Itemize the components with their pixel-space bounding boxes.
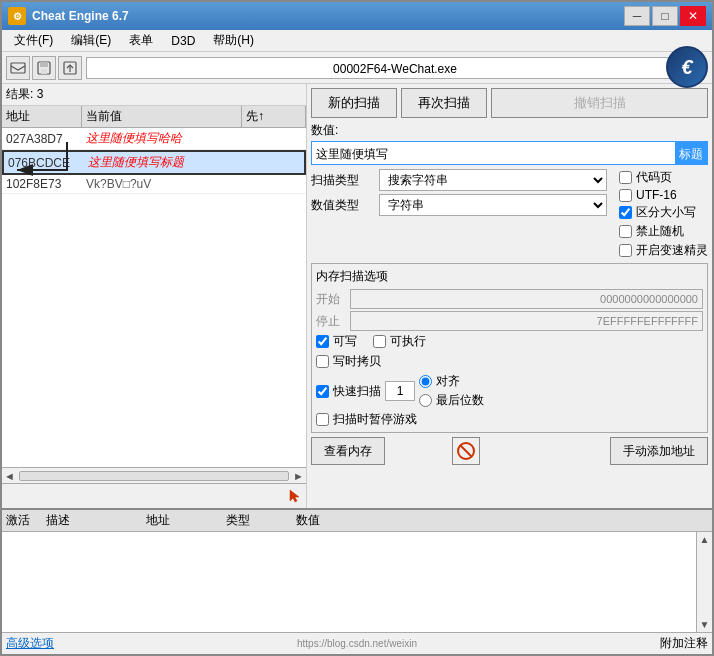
- results-list[interactable]: 027A38D7 这里随便填写哈哈 076BCDCE 这里随便填写标题 102F…: [2, 128, 306, 467]
- value-input-container: 这里随便填写 标题: [311, 141, 708, 165]
- header-val: 数值: [296, 512, 320, 529]
- scan-type-label: 扫描类型: [311, 172, 371, 189]
- menu-table[interactable]: 表单: [121, 30, 161, 51]
- left-panel: 结果: 3 地址 当前值 先↑ 027A38D7 这里随便填写哈哈 076BCD…: [2, 84, 307, 508]
- address-list-header: 激活 描述 地址 类型 数值: [2, 510, 712, 532]
- menu-d3d[interactable]: D3D: [163, 32, 203, 50]
- view-memory-button[interactable]: 查看内存: [311, 437, 385, 465]
- list-item[interactable]: 076BCDCE 这里随便填写标题: [2, 150, 306, 175]
- no-random-check[interactable]: [619, 225, 632, 238]
- case-sensitive-row: 区分大小写: [619, 204, 708, 221]
- speed-hack-row: 开启变速精灵: [619, 242, 708, 259]
- pause-check[interactable]: [316, 413, 329, 426]
- window-title: Cheat Engine 6.7: [32, 9, 624, 23]
- value-text[interactable]: 这里随便填写: [312, 142, 675, 164]
- address-list-body: ▲ ▼: [2, 532, 712, 632]
- case-sensitive-label: 区分大小写: [636, 204, 696, 221]
- menu-edit[interactable]: 编辑(E): [63, 30, 119, 51]
- case-sensitive-check[interactable]: [619, 206, 632, 219]
- process-bar: 00002F64-WeChat.exe €: [2, 52, 712, 84]
- last-digit-label: 最后位数: [436, 392, 484, 409]
- address-list-scrollbar[interactable]: ▲ ▼: [696, 532, 712, 632]
- speed-hack-label: 开启变速精灵: [636, 242, 708, 259]
- cancel-scan-button[interactable]: 撤销扫描: [491, 88, 708, 118]
- address-list-content[interactable]: [2, 532, 696, 632]
- new-scan-button[interactable]: 新的扫描: [311, 88, 397, 118]
- speed-hack-check[interactable]: [619, 244, 632, 257]
- minimize-button[interactable]: ─: [624, 6, 650, 26]
- fast-scan-value[interactable]: [385, 381, 415, 401]
- align-radio-input[interactable]: [419, 375, 432, 388]
- pause-label: 扫描时暂停游戏: [333, 411, 417, 428]
- value-label: 数值:: [311, 122, 708, 139]
- value-type-label: 数值类型: [311, 197, 371, 214]
- svg-line-8: [460, 445, 472, 457]
- mem-check-row: 可写 可执行: [316, 333, 703, 350]
- mem-start-input[interactable]: [350, 289, 703, 309]
- mem-stop-input[interactable]: [350, 311, 703, 331]
- writable-item: 可写: [316, 333, 357, 350]
- open-process-button[interactable]: [6, 56, 30, 80]
- cell-prev: [242, 182, 306, 186]
- executable-item: 可执行: [373, 333, 426, 350]
- save-button[interactable]: [32, 56, 56, 80]
- process-name[interactable]: 00002F64-WeChat.exe: [86, 57, 704, 79]
- mem-stop-label: 停止: [316, 313, 346, 330]
- utf16-row: UTF-16: [619, 188, 708, 202]
- menu-file[interactable]: 文件(F): [6, 30, 61, 51]
- mem-start-row: 开始: [316, 289, 703, 309]
- title-bar: ⚙ Cheat Engine 6.7 ─ □ ✕: [2, 2, 712, 30]
- options-col: 代码页 UTF-16 区分大小写 禁止随机: [619, 169, 708, 259]
- fast-scan-check[interactable]: [316, 385, 329, 398]
- utf16-check[interactable]: [619, 189, 632, 202]
- list-item[interactable]: 102F8E73 Vk?BV□?uV: [2, 175, 306, 194]
- main-content: 结果: 3 地址 当前值 先↑ 027A38D7 这里随便填写哈哈 076BCD…: [2, 84, 712, 508]
- no-random-row: 禁止随机: [619, 223, 708, 240]
- copy-on-write-label: 写时拷贝: [333, 353, 381, 370]
- writable-check[interactable]: [316, 335, 329, 348]
- maximize-button[interactable]: □: [652, 6, 678, 26]
- last-digit-radio: 最后位数: [419, 392, 484, 409]
- right-panel: 新的扫描 再次扫描 撤销扫描 数值: 这里随便填写 标题 扫描类型 搜: [307, 84, 712, 508]
- advanced-options[interactable]: 高级选项: [6, 635, 54, 652]
- executable-check[interactable]: [373, 335, 386, 348]
- scan-type-select[interactable]: 搜索字符串: [379, 169, 607, 191]
- value-type-select[interactable]: 字符串: [379, 194, 607, 216]
- header-desc: 描述: [46, 512, 70, 529]
- mem-scan-title: 内存扫描选项: [316, 268, 703, 285]
- main-window: ⚙ Cheat Engine 6.7 ─ □ ✕ 文件(F) 编辑(E) 表单 …: [0, 0, 714, 656]
- last-digit-radio-input[interactable]: [419, 394, 432, 407]
- footer-url: https://blog.csdn.net/weixin: [297, 638, 417, 649]
- manual-add-button[interactable]: 手动添加地址: [610, 437, 708, 465]
- copy-on-write-check[interactable]: [316, 355, 329, 368]
- header-active: 激活: [6, 512, 30, 529]
- pause-row: 扫描时暂停游戏: [316, 411, 703, 428]
- code-page-row: 代码页: [619, 169, 708, 186]
- no-icon[interactable]: [452, 437, 480, 465]
- header-type: 类型: [226, 512, 250, 529]
- add-comment[interactable]: 附加注释: [660, 635, 708, 652]
- header-addr: 地址: [146, 512, 170, 529]
- bottom-panel: 激活 描述 地址 类型 数值 ▲ ▼: [2, 508, 712, 632]
- scan-buttons: 新的扫描 再次扫描 撤销扫描: [311, 88, 708, 118]
- align-label: 对齐: [436, 373, 460, 390]
- menu-help[interactable]: 帮助(H): [205, 30, 262, 51]
- list-item[interactable]: 027A38D7 这里随便填写哈哈: [2, 128, 306, 150]
- load-button[interactable]: [58, 56, 82, 80]
- close-button[interactable]: ✕: [680, 6, 706, 26]
- cell-value: 这里随便填写哈哈: [82, 128, 242, 149]
- svg-rect-3: [41, 69, 47, 74]
- cell-address: 027A38D7: [2, 130, 82, 148]
- header-address: 地址: [2, 106, 82, 127]
- list-header: 地址 当前值 先↑: [2, 106, 306, 128]
- no-random-label: 禁止随机: [636, 223, 684, 240]
- code-page-check[interactable]: [619, 171, 632, 184]
- cell-address: 102F8E73: [2, 175, 82, 193]
- copy-on-write-row: 写时拷贝: [316, 353, 703, 370]
- executable-label: 可执行: [390, 333, 426, 350]
- horizontal-scrollbar[interactable]: ◄ ►: [2, 467, 306, 483]
- mem-stop-row: 停止: [316, 311, 703, 331]
- value-type-row: 数值类型 字符串: [311, 194, 607, 216]
- mem-scan-section: 内存扫描选项 开始 停止 可写 可执行: [311, 263, 708, 433]
- next-scan-button[interactable]: 再次扫描: [401, 88, 487, 118]
